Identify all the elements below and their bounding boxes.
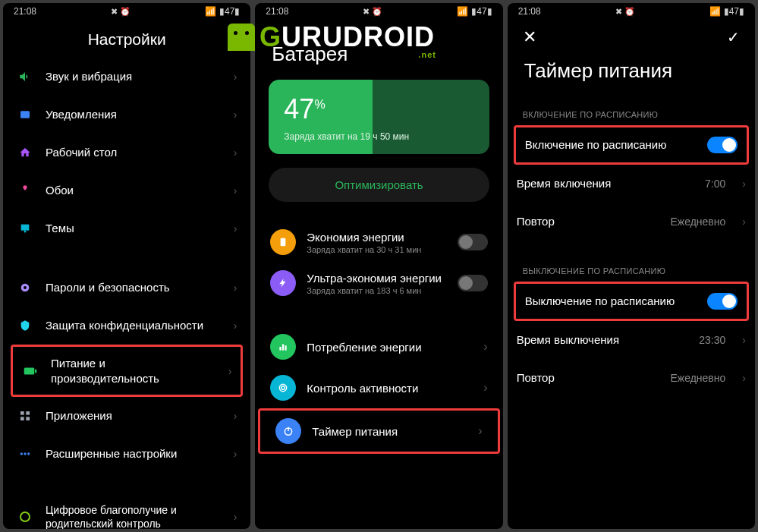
chevron-right-icon: ›	[483, 381, 487, 395]
more-icon	[17, 445, 33, 462]
svg-point-13	[27, 452, 30, 455]
svg-rect-1	[21, 225, 30, 231]
status-time: 21:08	[518, 6, 541, 17]
chevron-right-icon: ›	[234, 184, 237, 197]
row-apps[interactable]: Приложения ›	[8, 397, 246, 435]
svg-rect-8	[26, 411, 30, 415]
chevron-right-icon: ›	[234, 146, 237, 159]
ultra-icon	[270, 270, 296, 296]
row-on-schedule[interactable]: Включение по расписанию	[514, 125, 749, 165]
svg-point-12	[24, 452, 26, 455]
theme-icon	[17, 220, 33, 237]
svg-rect-16	[280, 347, 281, 351]
power-icon	[275, 418, 301, 444]
row-privacy[interactable]: Защита конфиденциальности ›	[8, 307, 246, 345]
row-wellbeing[interactable]: Цифровое благополучие и родительский кон…	[8, 494, 246, 529]
row-off-repeat[interactable]: Повтор Ежедневно ›	[508, 359, 755, 397]
chevron-right-icon: ›	[234, 320, 237, 332]
ultra-toggle[interactable]	[458, 275, 488, 291]
page-title: Таймер питания	[508, 53, 755, 96]
chevron-right-icon: ›	[478, 424, 482, 438]
optimize-button[interactable]: Оптимизировать	[269, 168, 489, 202]
status-time: 21:08	[14, 6, 36, 17]
row-ultra[interactable]: Ультра-экономия энергии Заряда хватит на…	[255, 263, 502, 304]
section-on-header: ВКЛЮЧЕНИЕ ПО РАСПИСАНИЮ	[508, 96, 755, 125]
chevron-right-icon: ›	[228, 365, 232, 377]
battery-icon	[22, 363, 39, 379]
chevron-right-icon: ›	[742, 216, 746, 228]
chart-icon	[270, 334, 296, 360]
row-notifications[interactable]: Уведомления ›	[8, 96, 246, 134]
status-bar: 21:08 ✖ ⏰ 📶▮47▮	[3, 3, 250, 18]
chevron-right-icon: ›	[234, 282, 237, 294]
svg-rect-15	[281, 238, 286, 247]
row-power-timer[interactable]: Таймер питания ›	[258, 408, 499, 454]
row-themes[interactable]: Темы ›	[8, 209, 246, 247]
on-toggle[interactable]	[707, 137, 738, 153]
row-eco[interactable]: Экономия энергии Заряда хватит на 30 ч 3…	[255, 222, 502, 263]
svg-rect-0	[20, 111, 30, 118]
svg-point-20	[280, 384, 287, 391]
lock-icon	[17, 279, 33, 296]
svg-point-4	[24, 286, 27, 289]
svg-point-19	[281, 386, 285, 390]
battery-remaining: Заряда хватит на 19 ч 50 мин	[284, 131, 473, 142]
activity-icon	[270, 375, 296, 401]
row-consumption[interactable]: Потребление энергии ›	[255, 326, 502, 367]
section-off-header: ВЫКЛЮЧЕНИЕ ПО РАСПИСАНИЮ	[508, 241, 755, 282]
svg-point-11	[20, 452, 23, 455]
shield-icon	[17, 317, 33, 334]
close-button[interactable]: ✕	[523, 27, 536, 47]
confirm-button[interactable]: ✓	[727, 28, 740, 46]
sound-icon	[17, 68, 33, 85]
row-on-repeat[interactable]: Повтор Ежедневно ›	[508, 203, 755, 241]
chevron-right-icon: ›	[234, 71, 237, 83]
home-icon	[17, 144, 33, 161]
row-advanced[interactable]: Расширенные настройки ›	[8, 435, 246, 473]
svg-rect-17	[282, 345, 284, 351]
notif-icon	[17, 106, 33, 123]
screen-timer: 21:08 ✖ ⏰ 📶▮47▮ ✕ ✓ Таймер питания ВКЛЮЧ…	[508, 3, 755, 529]
battery-percent: 47%	[284, 93, 473, 125]
chevron-right-icon: ›	[742, 178, 746, 190]
row-off-time[interactable]: Время выключения 23:30 ›	[508, 321, 755, 359]
page-title: Батарея	[255, 18, 502, 80]
chevron-right-icon: ›	[483, 340, 487, 354]
row-activity[interactable]: Контроль активности ›	[255, 367, 502, 408]
wellbeing-icon	[17, 508, 33, 525]
svg-rect-18	[285, 345, 287, 350]
chevron-right-icon: ›	[234, 448, 237, 460]
screen-battery: 21:08 ✖ ⏰ 📶▮47▮ Батарея 47% Заряда хвати…	[255, 3, 502, 529]
row-off-schedule[interactable]: Выключение по расписанию	[514, 282, 749, 321]
page-title: Настройки	[3, 18, 250, 58]
off-toggle[interactable]	[707, 293, 738, 310]
status-time: 21:08	[266, 6, 288, 17]
svg-rect-10	[26, 417, 30, 420]
svg-rect-9	[20, 417, 24, 420]
svg-rect-7	[20, 411, 24, 415]
row-on-time[interactable]: Время включения 7:00 ›	[508, 165, 755, 203]
status-bar: 21:08 ✖ ⏰ 📶▮47▮	[508, 3, 755, 18]
status-bar: 21:08 ✖ ⏰ 📶▮47▮	[255, 3, 502, 18]
chevron-right-icon: ›	[742, 372, 746, 384]
chevron-right-icon: ›	[742, 334, 746, 346]
screen-settings: 21:08 ✖ ⏰ 📶▮47▮ Настройки Звук и вибраци…	[3, 3, 250, 529]
svg-point-14	[20, 512, 30, 521]
svg-rect-5	[24, 367, 35, 374]
wallpaper-icon	[17, 182, 33, 199]
chevron-right-icon: ›	[234, 410, 237, 422]
chevron-right-icon: ›	[234, 222, 237, 235]
svg-rect-6	[35, 369, 36, 373]
row-sound[interactable]: Звук и вибрация ›	[8, 58, 246, 96]
svg-rect-2	[24, 231, 27, 233]
battery-card[interactable]: 47% Заряда хватит на 19 ч 50 мин	[269, 80, 489, 154]
eco-icon	[270, 229, 296, 255]
eco-toggle[interactable]	[458, 234, 488, 250]
row-battery-perf[interactable]: Питание и производительность ›	[11, 345, 243, 397]
row-wallpaper[interactable]: Обои ›	[8, 172, 246, 209]
apps-icon	[17, 408, 33, 424]
chevron-right-icon: ›	[234, 511, 237, 523]
row-passwords[interactable]: Пароли и безопасность ›	[8, 269, 246, 307]
chevron-right-icon: ›	[234, 109, 237, 121]
row-home[interactable]: Рабочий стол ›	[8, 134, 246, 172]
